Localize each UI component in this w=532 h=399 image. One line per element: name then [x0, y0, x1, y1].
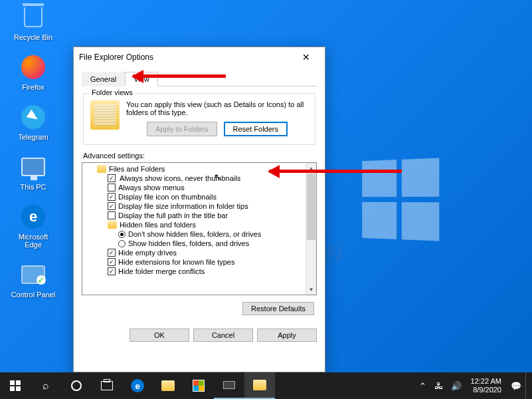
checkbox-icon[interactable]	[108, 249, 116, 257]
tree-item-hide-empty-drives[interactable]: Hide empty drives	[84, 248, 315, 257]
checkbox-icon[interactable]	[108, 174, 116, 182]
cortana-button[interactable]	[61, 372, 92, 399]
task-view-icon	[101, 381, 113, 390]
taskbar: ⌕ e ⌃ 🖧 🔊 12:22 AM 8/9/2020 💬	[0, 372, 532, 399]
chevron-up-icon: ⌃	[419, 381, 426, 391]
checkbox-icon[interactable]	[108, 211, 116, 219]
search-icon: ⌕	[43, 380, 49, 392]
search-button[interactable]: ⌕	[31, 372, 61, 399]
tray-volume[interactable]: 🔊	[447, 381, 466, 391]
checkbox-icon[interactable]	[108, 267, 116, 275]
tree-item-hidden-files-folder[interactable]: Hidden files and folders	[84, 220, 315, 229]
advanced-settings-tree[interactable]: Files and Folders Always show icons, nev…	[82, 162, 317, 295]
taskbar-app-explorer[interactable]	[153, 372, 183, 399]
notification-icon: 💬	[511, 381, 521, 391]
folder-views-label: Folder views	[89, 88, 135, 96]
snip-icon	[223, 381, 235, 389]
tray-network[interactable]: 🖧	[430, 381, 447, 391]
taskbar-app-explorer-active[interactable]	[244, 372, 275, 399]
control-panel-icon	[21, 265, 45, 284]
tree-item-dont-show-hidden[interactable]: Don't show hidden files, folders, or dri…	[84, 229, 315, 239]
clock-date: 8/9/2020	[471, 386, 501, 394]
network-icon: 🖧	[434, 381, 443, 391]
annotation-arrow	[269, 168, 402, 176]
taskbar-clock[interactable]: 12:22 AM 8/9/2020	[466, 377, 507, 394]
taskbar-app-edge[interactable]: e	[122, 372, 153, 399]
tree-item-show-hidden[interactable]: Show hidden files, folders, and drives	[84, 239, 315, 248]
desktop-icon-firefox[interactable]: Firefox	[10, 53, 56, 91]
desktop-icon-telegram[interactable]: Telegram	[10, 103, 56, 141]
scrollbar[interactable]: ▲ ▼	[306, 163, 316, 295]
file-explorer-icon	[253, 380, 266, 390]
apply-button[interactable]: Apply	[257, 329, 317, 342]
annotation-arrow	[133, 72, 226, 80]
desktop-icon-edge[interactable]: eMicrosoft Edge	[10, 203, 56, 249]
tab-general[interactable]: General	[82, 72, 125, 86]
cortana-icon	[71, 380, 82, 391]
folder-views-text: You can apply this view (such as Details…	[126, 100, 308, 116]
recycle-bin-icon	[24, 7, 43, 27]
radio-icon[interactable]	[118, 240, 126, 247]
restore-defaults-button[interactable]: Restore Defaults	[242, 302, 314, 315]
dialog-title: File Explorer Options	[79, 53, 153, 62]
close-icon: ✕	[302, 52, 310, 63]
windows-icon	[10, 380, 21, 391]
firefox-icon	[21, 55, 45, 79]
cursor-icon: ↖	[214, 172, 222, 182]
advanced-settings-label: Advanced settings:	[83, 152, 315, 160]
taskbar-app-store[interactable]	[183, 372, 214, 399]
desktop: Recycle Bin Firefox Telegram This PC eMi…	[0, 0, 532, 399]
folder-icon	[97, 165, 106, 173]
file-explorer-options-dialog: File Explorer Options ✕ General View Sea…	[73, 47, 325, 372]
desktop-icon-this-pc[interactable]: This PC	[10, 153, 56, 191]
folder-views-group: Folder views You can apply this view (su…	[83, 93, 315, 145]
checkbox-icon[interactable]	[108, 202, 116, 210]
checkbox-icon[interactable]	[108, 258, 116, 266]
show-desktop-button[interactable]	[525, 372, 529, 399]
checkbox-icon[interactable]	[108, 193, 116, 201]
telegram-icon	[21, 105, 45, 129]
tree-item-hide-merge-conflicts[interactable]: Hide folder merge conflicts	[84, 267, 315, 276]
this-pc-icon	[21, 158, 45, 176]
tray-notifications[interactable]: 💬	[507, 381, 525, 391]
tree-item-display-file-size[interactable]: Display file size information in folder …	[84, 201, 315, 211]
ok-button[interactable]: OK	[130, 329, 189, 342]
tree-item-display-full-path[interactable]: Display the full path in the title bar	[84, 211, 315, 220]
dialog-footer: OK Cancel Apply	[74, 322, 325, 348]
clock-time: 12:22 AM	[471, 377, 501, 386]
start-button[interactable]	[0, 372, 31, 399]
cancel-button[interactable]: Cancel	[193, 329, 253, 342]
apply-to-folders-button: Apply to Folders	[147, 122, 217, 136]
close-button[interactable]: ✕	[293, 48, 319, 66]
tree-item-display-file-icon[interactable]: Display file icon on thumbnails	[84, 192, 315, 201]
checkbox-icon[interactable]	[108, 184, 116, 192]
radio-icon[interactable]	[118, 231, 126, 238]
folder-views-icon	[90, 100, 120, 130]
volume-icon: 🔊	[451, 381, 462, 391]
file-explorer-icon	[161, 380, 175, 391]
scroll-thumb[interactable]	[307, 174, 315, 240]
store-icon	[193, 380, 205, 392]
tree-item-always-show-menus[interactable]: Always show menus	[84, 183, 315, 192]
reset-folders-button[interactable]: Reset Folders	[224, 122, 288, 136]
desktop-icon-control-panel[interactable]: Control Panel	[10, 261, 56, 299]
task-view-button[interactable]	[92, 372, 122, 399]
tray-overflow[interactable]: ⌃	[415, 381, 430, 391]
dialog-titlebar[interactable]: File Explorer Options ✕	[74, 47, 325, 67]
folder-icon	[108, 221, 117, 229]
edge-icon: e	[21, 205, 45, 229]
edge-icon: e	[131, 379, 144, 392]
desktop-icon-recycle-bin[interactable]: Recycle Bin	[10, 3, 56, 41]
taskbar-app-snip[interactable]	[214, 372, 244, 399]
desktop-icons: Recycle Bin Firefox Telegram This PC eMi…	[10, 3, 56, 299]
tree-item-hide-extensions[interactable]: Hide extensions for known file types	[84, 257, 315, 267]
scroll-down-icon[interactable]: ▼	[306, 284, 316, 295]
